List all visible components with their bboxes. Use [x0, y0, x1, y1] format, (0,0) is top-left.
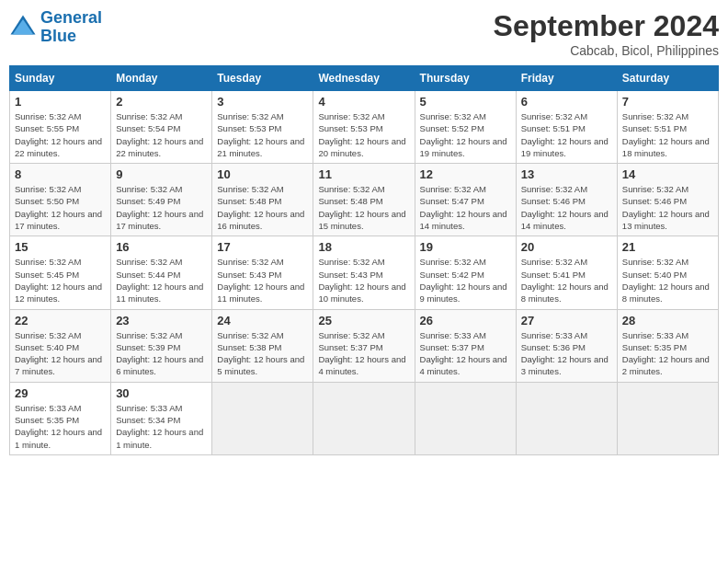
- title-block: September 2024 Cabcab, Bicol, Philippine…: [494, 9, 719, 58]
- day-info: Sunrise: 5:32 AM Sunset: 5:50 PM Dayligh…: [15, 183, 106, 232]
- day-info: Sunrise: 5:32 AM Sunset: 5:51 PM Dayligh…: [622, 110, 713, 159]
- calendar-cell: 26 Sunrise: 5:33 AM Sunset: 5:37 PM Dayl…: [415, 309, 516, 382]
- day-number: 8: [15, 167, 106, 181]
- calendar-week-row: 8 Sunrise: 5:32 AM Sunset: 5:50 PM Dayli…: [10, 164, 719, 236]
- weekday-header-saturday: Saturday: [617, 66, 718, 91]
- day-info: Sunrise: 5:32 AM Sunset: 5:45 PM Dayligh…: [15, 256, 106, 304]
- calendar-week-row: 1 Sunrise: 5:32 AM Sunset: 5:55 PM Dayli…: [10, 91, 719, 164]
- logo-text: General Blue: [40, 9, 102, 46]
- calendar-cell: 7 Sunrise: 5:32 AM Sunset: 5:51 PM Dayli…: [617, 91, 718, 164]
- day-number: 27: [521, 314, 612, 327]
- day-number: 2: [116, 95, 207, 109]
- calendar-cell: 2 Sunrise: 5:32 AM Sunset: 5:54 PM Dayli…: [111, 91, 212, 164]
- day-number: 4: [318, 95, 409, 109]
- calendar-cell: [313, 382, 415, 454]
- calendar-cell: 6 Sunrise: 5:32 AM Sunset: 5:51 PM Dayli…: [516, 91, 617, 164]
- day-number: 12: [420, 167, 511, 181]
- day-number: 16: [116, 240, 207, 254]
- day-number: 23: [116, 314, 207, 327]
- day-info: Sunrise: 5:32 AM Sunset: 5:55 PM Dayligh…: [15, 110, 106, 159]
- day-info: Sunrise: 5:33 AM Sunset: 5:34 PM Dayligh…: [116, 402, 207, 451]
- day-number: 20: [521, 240, 612, 254]
- day-number: 17: [217, 240, 308, 254]
- logo-line2: Blue: [40, 27, 76, 45]
- day-number: 1: [15, 95, 106, 109]
- day-number: 3: [217, 95, 308, 109]
- calendar-cell: 15 Sunrise: 5:32 AM Sunset: 5:45 PM Dayl…: [10, 236, 111, 309]
- weekday-header-thursday: Thursday: [415, 66, 516, 91]
- calendar-cell: 13 Sunrise: 5:32 AM Sunset: 5:46 PM Dayl…: [516, 164, 617, 236]
- calendar-cell: 29 Sunrise: 5:33 AM Sunset: 5:35 PM Dayl…: [10, 382, 111, 454]
- location-subtitle: Cabcab, Bicol, Philippines: [494, 43, 719, 58]
- calendar-cell: 16 Sunrise: 5:32 AM Sunset: 5:44 PM Dayl…: [111, 236, 212, 309]
- calendar-cell: 28 Sunrise: 5:33 AM Sunset: 5:35 PM Dayl…: [617, 309, 718, 382]
- calendar-cell: 9 Sunrise: 5:32 AM Sunset: 5:49 PM Dayli…: [111, 164, 212, 236]
- weekday-header-friday: Friday: [516, 66, 617, 91]
- day-number: 13: [521, 167, 612, 181]
- day-number: 10: [217, 167, 308, 181]
- weekday-header-wednesday: Wednesday: [313, 66, 415, 91]
- calendar-cell: 22 Sunrise: 5:32 AM Sunset: 5:40 PM Dayl…: [10, 309, 111, 382]
- logo-icon: [9, 14, 37, 41]
- weekday-header-tuesday: Tuesday: [212, 66, 313, 91]
- calendar-cell: 19 Sunrise: 5:32 AM Sunset: 5:42 PM Dayl…: [415, 236, 516, 309]
- day-info: Sunrise: 5:32 AM Sunset: 5:48 PM Dayligh…: [318, 183, 409, 232]
- day-info: Sunrise: 5:32 AM Sunset: 5:40 PM Dayligh…: [15, 329, 106, 378]
- day-number: 18: [318, 240, 409, 254]
- day-info: Sunrise: 5:32 AM Sunset: 5:37 PM Dayligh…: [318, 329, 409, 378]
- logo: General Blue: [9, 9, 102, 46]
- day-number: 5: [420, 95, 511, 109]
- day-number: 30: [116, 386, 207, 400]
- calendar-cell: 12 Sunrise: 5:32 AM Sunset: 5:47 PM Dayl…: [415, 164, 516, 236]
- calendar-cell: 1 Sunrise: 5:32 AM Sunset: 5:55 PM Dayli…: [10, 91, 111, 164]
- calendar-week-row: 15 Sunrise: 5:32 AM Sunset: 5:45 PM Dayl…: [10, 236, 719, 309]
- day-number: 9: [116, 167, 207, 181]
- calendar-cell: 8 Sunrise: 5:32 AM Sunset: 5:50 PM Dayli…: [10, 164, 111, 236]
- calendar-cell: 25 Sunrise: 5:32 AM Sunset: 5:37 PM Dayl…: [313, 309, 415, 382]
- weekday-header-row: SundayMondayTuesdayWednesdayThursdayFrid…: [10, 66, 719, 91]
- calendar-cell: [415, 382, 516, 454]
- day-info: Sunrise: 5:32 AM Sunset: 5:42 PM Dayligh…: [420, 256, 511, 304]
- calendar-cell: 18 Sunrise: 5:32 AM Sunset: 5:43 PM Dayl…: [313, 236, 415, 309]
- day-info: Sunrise: 5:32 AM Sunset: 5:40 PM Dayligh…: [622, 256, 713, 304]
- day-number: 25: [318, 314, 409, 327]
- calendar-cell: 4 Sunrise: 5:32 AM Sunset: 5:53 PM Dayli…: [313, 91, 415, 164]
- weekday-header-sunday: Sunday: [10, 66, 111, 91]
- day-number: 14: [622, 167, 713, 181]
- day-info: Sunrise: 5:32 AM Sunset: 5:53 PM Dayligh…: [318, 110, 409, 159]
- calendar-week-row: 29 Sunrise: 5:33 AM Sunset: 5:35 PM Dayl…: [10, 382, 719, 454]
- calendar-cell: 17 Sunrise: 5:32 AM Sunset: 5:43 PM Dayl…: [212, 236, 313, 309]
- day-number: 26: [420, 314, 511, 327]
- day-number: 15: [15, 240, 106, 254]
- calendar-week-row: 22 Sunrise: 5:32 AM Sunset: 5:40 PM Dayl…: [10, 309, 719, 382]
- day-info: Sunrise: 5:32 AM Sunset: 5:48 PM Dayligh…: [217, 183, 308, 232]
- calendar-cell: [617, 382, 718, 454]
- calendar-cell: 3 Sunrise: 5:32 AM Sunset: 5:53 PM Dayli…: [212, 91, 313, 164]
- weekday-header-monday: Monday: [111, 66, 212, 91]
- day-info: Sunrise: 5:32 AM Sunset: 5:43 PM Dayligh…: [318, 256, 409, 304]
- day-info: Sunrise: 5:32 AM Sunset: 5:49 PM Dayligh…: [116, 183, 207, 232]
- day-info: Sunrise: 5:32 AM Sunset: 5:52 PM Dayligh…: [420, 110, 511, 159]
- day-info: Sunrise: 5:32 AM Sunset: 5:46 PM Dayligh…: [622, 183, 713, 232]
- day-info: Sunrise: 5:32 AM Sunset: 5:51 PM Dayligh…: [521, 110, 612, 159]
- calendar-cell: 11 Sunrise: 5:32 AM Sunset: 5:48 PM Dayl…: [313, 164, 415, 236]
- day-info: Sunrise: 5:33 AM Sunset: 5:36 PM Dayligh…: [521, 329, 612, 378]
- day-number: 7: [622, 95, 713, 109]
- day-number: 11: [318, 167, 409, 181]
- day-info: Sunrise: 5:33 AM Sunset: 5:35 PM Dayligh…: [15, 402, 106, 451]
- calendar-cell: 27 Sunrise: 5:33 AM Sunset: 5:36 PM Dayl…: [516, 309, 617, 382]
- day-info: Sunrise: 5:32 AM Sunset: 5:47 PM Dayligh…: [420, 183, 511, 232]
- day-info: Sunrise: 5:32 AM Sunset: 5:38 PM Dayligh…: [217, 329, 308, 378]
- calendar-cell: 21 Sunrise: 5:32 AM Sunset: 5:40 PM Dayl…: [617, 236, 718, 309]
- day-number: 22: [15, 314, 106, 327]
- calendar-cell: [212, 382, 313, 454]
- day-info: Sunrise: 5:32 AM Sunset: 5:41 PM Dayligh…: [521, 256, 612, 304]
- day-number: 24: [217, 314, 308, 327]
- day-info: Sunrise: 5:33 AM Sunset: 5:35 PM Dayligh…: [622, 329, 713, 378]
- calendar-cell: [516, 382, 617, 454]
- calendar-cell: 30 Sunrise: 5:33 AM Sunset: 5:34 PM Dayl…: [111, 382, 212, 454]
- calendar-cell: 14 Sunrise: 5:32 AM Sunset: 5:46 PM Dayl…: [617, 164, 718, 236]
- day-number: 28: [622, 314, 713, 327]
- calendar-cell: 24 Sunrise: 5:32 AM Sunset: 5:38 PM Dayl…: [212, 309, 313, 382]
- day-number: 6: [521, 95, 612, 109]
